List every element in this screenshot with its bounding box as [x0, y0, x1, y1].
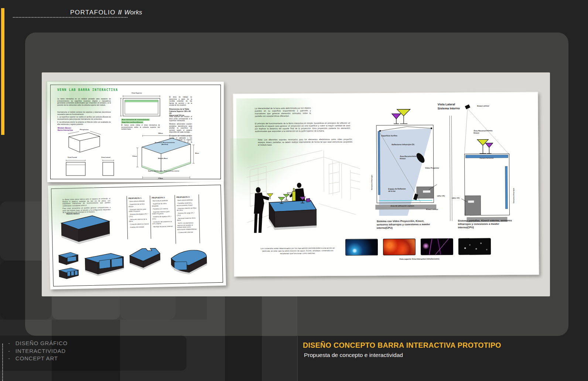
doc2-module-curved	[168, 247, 209, 275]
doc2-column-item: - Pantalla LCD interna	[152, 207, 172, 210]
doc3-markers-caption: Los contenidos están determinados por lo…	[259, 247, 337, 255]
d1-sensores-label: Sensores Infrarrojos	[371, 175, 373, 190]
d1-area-espejos-label: Área de utilización espejos	[390, 205, 414, 207]
doc3-page[interactable]: La interactividad de la barra está deter…	[233, 92, 539, 276]
doc2-main-module	[55, 213, 113, 245]
doc1-dim-top: 180cm	[158, 133, 163, 135]
doc1-dim-left: 110cm	[132, 156, 137, 157]
doc2-page[interactable]: La Barra como pieza básica para el espac…	[48, 182, 226, 290]
d1-kinect-label: Kinect sensor	[426, 208, 438, 210]
footer-divider-line	[297, 336, 298, 381]
doc2-column-item: - Ruedas de traslado	[129, 226, 149, 228]
doc1-title: VENN LAB BARRA INTERACTIVA	[57, 88, 118, 92]
dash: -	[8, 355, 10, 361]
doc3-note: Nota: Los diferentes soportes necesarios…	[258, 138, 352, 147]
doc1-highlight-1: Área interactiva de reconocimiento	[121, 119, 150, 121]
doc2-column-header: PROPUESTA 1:	[129, 197, 148, 199]
doc2-module-triple	[57, 267, 80, 280]
doc2-column-item: - Sistema de carga (PC / CPU)	[177, 212, 198, 216]
doc1-side-label: Vista Lateral	[101, 157, 110, 159]
d2-pantalla-label: Pantalla Horizontal	[475, 157, 499, 159]
simulation-thumb-particles[interactable]	[458, 238, 491, 255]
doc2-column-item: - Sensores externos de la Barra	[177, 217, 198, 221]
doc2-column-item: - Soportes internos en fibra de vidrio	[177, 207, 197, 211]
doc3-bar-scene	[245, 148, 362, 241]
d1-superficie-label: Superficie Acrílica	[381, 135, 397, 137]
doc2-column-item: - Barra altura estándar	[152, 200, 172, 202]
d2-cpu-label: CPU / PC	[452, 197, 460, 199]
breadcrumb-separator: //	[118, 9, 122, 16]
doc1-topview-label: Vista Superior	[131, 92, 142, 94]
doc2-column-item: - Barra altura estándar	[129, 200, 148, 203]
portfolio-page: PORTAFOLIO//Works VENN LAB BARRA INTERAC…	[0, 0, 588, 381]
doc2-column-item: - Sistema de espejos (PC / CPU)	[152, 215, 173, 220]
doc1-right-paragraph: Módulos adicionales pueden acoplarse lat…	[169, 123, 192, 133]
doc3-paragraph: La interactividad de la barra está deter…	[255, 107, 311, 118]
doc1-front-view-drawing	[65, 159, 86, 177]
doc1-side-view-drawing	[101, 159, 116, 177]
d1-espejo-label: Espejo de Reflexión de la luz	[388, 188, 406, 192]
doc1-dim-bottom: 170cm	[158, 178, 163, 180]
doc2-column: PROPUESTA 2: - Barra altura estándar - S…	[152, 196, 173, 229]
d1-cpu-label: CPU / PC	[437, 195, 445, 197]
doc2-column-item: - Barra altura estándar	[177, 199, 197, 201]
doc1-right-paragraph: Vista superior del módulo: el área verde…	[169, 116, 192, 122]
simulation-thumb-orb[interactable]	[345, 239, 378, 256]
breadcrumb: PORTAFOLIO//Works	[70, 9, 142, 16]
section-label: Works	[124, 9, 142, 16]
doc1-right-paragraph: El área de trabajo se determina a partir…	[169, 96, 192, 106]
d1-reflectores-label: Reflectores Infrarrojos (h)	[392, 143, 414, 146]
doc1-paragraph: 1. La superficie superior se realiza en …	[57, 116, 111, 120]
doc2-column: PROPUESTA 3: - Barra altura estándar - P…	[177, 195, 198, 234]
thumbs-caption: Vista superior Área Interactiva (simulac…	[375, 258, 464, 260]
doc2-module-wide	[82, 252, 126, 277]
doc1-note: El marco verde indica el área interactiv…	[121, 124, 160, 130]
doc1-highlight-2: Superficie acrílica difusora	[121, 121, 143, 123]
doc2-column-item: - Soportes internos para Video Proyector	[129, 208, 148, 212]
d1-proyector-label: Video Proyector	[425, 167, 439, 169]
doc1-page[interactable]: VENN LAB BARRA INTERACTIVA La barra inte…	[47, 82, 224, 182]
doc2-column-item: - Soportes internos para Video Proyector	[152, 210, 172, 215]
doc1-top-view-drawing	[119, 95, 163, 118]
d2-kinect-label: Kinect sensor	[477, 105, 489, 107]
doc1-bigbox-strip-label: Soporte fibra de vidrio / Revestimiento …	[141, 170, 186, 172]
doc1-paragraph: Internamente el módulo contiene los sopo…	[57, 111, 111, 115]
list-item: - CONCEPT ART	[8, 355, 68, 361]
doc1-bigbox-base-label: Módulo Base	[158, 158, 168, 160]
doc2-column-header: PROPUESTA 2:	[152, 196, 172, 199]
doc2-column-item: - Sistema de espejos (PC / CPU)	[129, 213, 149, 217]
d1-area-label: Área Reconocimiento Kinect	[400, 155, 419, 159]
doc1-bigbox-surface-label: Superficie Reconocimiento (Acrílica)	[153, 142, 177, 146]
d2-sensores-label: Sensores Infrarrojos	[513, 188, 515, 203]
doc1-dim-right: 90cm	[195, 153, 199, 154]
doc2-column-item: - Superficie de acrílico difusor	[129, 203, 148, 207]
doc3-system-diagrams	[366, 102, 519, 226]
doc2-column-rule	[175, 195, 176, 244]
doc2-column-item: - Conexiones internas	[177, 231, 198, 234]
doc2-module-small	[57, 251, 80, 266]
doc2-column-item: - NOTA: los elementos internos se acopla…	[177, 222, 198, 230]
doc2-column-item: - Superficie de vidrio templado	[152, 203, 172, 207]
services-list: - DISEÑO GRÁFICO - INTERACTIVIDAD - CONC…	[8, 340, 68, 363]
list-item: - INTERACTIVIDAD	[8, 348, 68, 354]
simulation-thumb-flames[interactable]	[383, 239, 416, 256]
accent-bar	[1, 8, 4, 135]
doc2-column-item: - Pantallas externas y reconocimiento Ki…	[177, 202, 197, 206]
doc2-column-rule	[127, 196, 128, 239]
project-subtitle: Propuesta de concepto e interactividad	[304, 352, 403, 358]
doc2-column-rule	[150, 195, 151, 239]
artwork-board: VENN LAB BARRA INTERACTIVA La barra inte…	[42, 72, 550, 296]
brand-label: PORTAFOLIO	[70, 9, 116, 16]
d2-area-label: Área Reconocimiento Kinect	[474, 129, 492, 134]
project-title: DISEÑO CONCEPTO BARRA INTERACTIVA PROTOT…	[303, 341, 501, 350]
footer-dotted-rail	[2, 344, 3, 381]
simulation-thumb-streaks[interactable]	[421, 238, 453, 255]
doc2-column-item: - Conexión del sistema a la CPU interna	[152, 220, 173, 225]
doc1-iso-box-drawing	[64, 131, 103, 154]
d2-caption: Sistema pantallas, Kinect externo, senso…	[458, 219, 514, 229]
doc2-column-header: PROPUESTA 3:	[177, 195, 197, 198]
dash: -	[8, 340, 10, 346]
doc2-module-notched	[127, 245, 162, 271]
doc1-front-label: Vista Frontal	[68, 157, 77, 159]
header-dotted-rule	[13, 17, 127, 18]
